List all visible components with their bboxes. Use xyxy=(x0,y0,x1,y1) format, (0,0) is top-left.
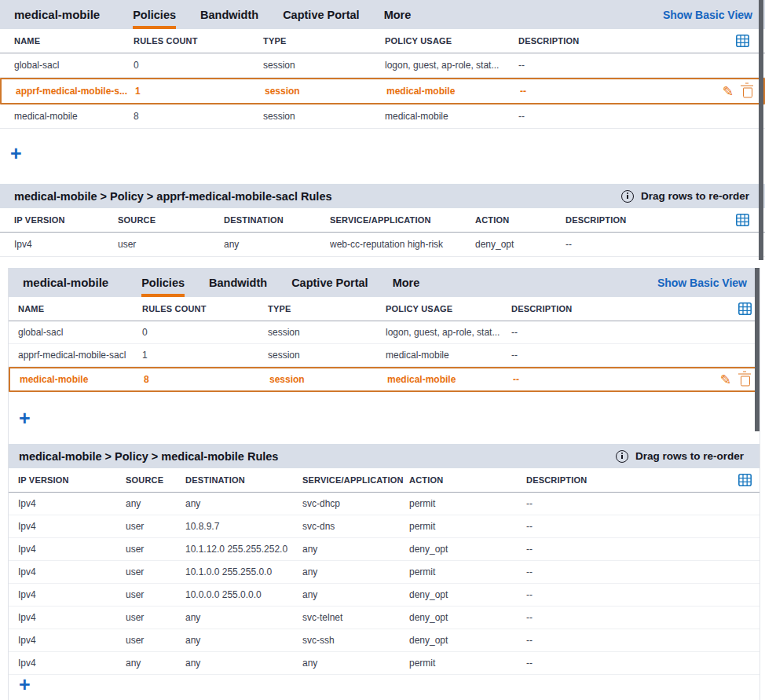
cell-destination: 10.0.0.0 255.0.0.0 xyxy=(185,589,302,600)
tab-captive-portal[interactable]: Captive Portal xyxy=(291,268,368,297)
column-header: SOURCE xyxy=(118,215,224,225)
add-policy-row: + xyxy=(9,392,760,444)
table-row[interactable]: medical-mobile8sessionmedical-mobile--✎ xyxy=(9,367,760,392)
cell-destination: any xyxy=(185,635,302,646)
tab-bandwidth[interactable]: Bandwidth xyxy=(209,268,267,297)
cell-destination: 10.1.12.0 255.255.252.0 xyxy=(185,544,302,555)
cell-description: -- xyxy=(526,544,760,555)
tab-more[interactable]: More xyxy=(384,0,412,29)
table-row[interactable]: Ipv4user10.8.9.7svc-dnspermit-- xyxy=(9,515,760,538)
tab-more[interactable]: More xyxy=(393,268,420,297)
cell-ip_version: Ipv4 xyxy=(18,566,126,577)
table-row[interactable]: medical-mobile8sessionmedical-mobile-- xyxy=(0,104,765,129)
table-columns-icon[interactable] xyxy=(738,302,752,315)
cell-rules_count: 0 xyxy=(134,60,263,71)
add-policy-button[interactable]: + xyxy=(19,410,31,426)
table-row[interactable]: Ipv4anyanysvc-dhcppermit-- xyxy=(9,493,760,515)
cell-ip_version: Ipv4 xyxy=(18,544,126,555)
table-row[interactable]: Ipv4useranysvc-sshdeny_opt-- xyxy=(9,629,760,652)
policies-table-body: global-sacl0sessionlogon, guest, ap-role… xyxy=(9,321,760,392)
cell-policy_usage: medical-mobile xyxy=(386,350,511,361)
rules-section-bar: medical-mobile > Policy > medical-mobile… xyxy=(9,444,760,468)
cell-source: user xyxy=(126,589,185,600)
show-basic-view-link[interactable]: Show Basic View xyxy=(657,268,747,297)
column-header: SERVICE/APPLICATION xyxy=(330,215,475,225)
cell-service: any xyxy=(302,544,409,555)
drag-hint-wrap: Drag rows to re-order xyxy=(616,450,744,463)
cell-description: -- xyxy=(518,60,765,71)
table-row[interactable]: Ipv4user10.0.0.0 255.0.0.0anydeny_opt-- xyxy=(9,584,760,607)
cell-type: session xyxy=(265,86,386,97)
cell-description: -- xyxy=(526,566,760,577)
cell-destination: 10.1.0.0 255.255.0.0 xyxy=(185,566,302,577)
table-row[interactable]: Ipv4useranyweb-cc-reputation high-riskde… xyxy=(0,233,765,257)
context-tab-medical-mobile[interactable]: medical-mobile xyxy=(14,0,100,29)
cell-destination: any xyxy=(185,658,302,669)
column-header: DESTINATION xyxy=(185,475,302,485)
cell-action: permit xyxy=(409,566,526,577)
window-edge xyxy=(755,268,760,431)
cell-type: session xyxy=(263,60,385,71)
add-policy-button[interactable]: + xyxy=(10,145,22,161)
cell-description: -- xyxy=(526,612,760,623)
table-row[interactable]: Ipv4user10.1.12.0 255.255.252.0anydeny_o… xyxy=(9,538,760,561)
tab-captive-portal[interactable]: Captive Portal xyxy=(283,0,360,29)
policies-panel-bottom: medical-mobile Policies Bandwidth Captiv… xyxy=(8,268,760,700)
cell-service: svc-telnet xyxy=(302,612,409,623)
cell-rules_count: 1 xyxy=(142,350,268,361)
table-row[interactable]: Ipv4user10.1.0.0 255.255.0.0anypermit-- xyxy=(9,561,760,584)
table-row[interactable]: Ipv4useranysvc-telnetdeny_opt-- xyxy=(9,607,760,629)
rules-table-body: Ipv4useranyweb-cc-reputation high-riskde… xyxy=(0,233,765,257)
table-row[interactable]: apprf-medical-mobile-s...1sessionmedical… xyxy=(0,78,765,104)
cell-policy_usage: logon, guest, ap-role, stat... xyxy=(385,60,518,71)
cell-description: -- xyxy=(526,498,760,509)
table-row[interactable]: apprf-medical-mobile-sacl1sessionmedical… xyxy=(9,344,760,367)
cell-description: -- xyxy=(518,111,765,122)
cell-service: any xyxy=(302,566,409,577)
add-policy-row: + xyxy=(0,129,765,178)
table-columns-icon[interactable] xyxy=(738,474,752,486)
tab-policies[interactable]: Policies xyxy=(133,0,176,29)
tab-policies[interactable]: Policies xyxy=(141,268,185,297)
table-columns-icon[interactable] xyxy=(736,35,749,47)
delete-icon[interactable] xyxy=(743,88,752,98)
rules-section-bar: medical-mobile > Policy > apprf-medical-… xyxy=(0,184,765,208)
edit-icon[interactable]: ✎ xyxy=(723,85,734,98)
cell-name: global-sacl xyxy=(14,60,134,71)
row-actions: ✎ xyxy=(720,373,750,387)
cell-policy_usage: logon, guest, ap-role, stat... xyxy=(386,327,511,338)
cell-source: user xyxy=(126,635,185,646)
show-basic-view-link[interactable]: Show Basic View xyxy=(663,0,752,29)
tab-bandwidth[interactable]: Bandwidth xyxy=(200,0,258,29)
table-row[interactable]: Ipv4anyanyanypermit-- xyxy=(9,652,760,675)
column-header: DESCRIPTION xyxy=(566,215,765,225)
column-header: SOURCE xyxy=(126,475,185,485)
cell-source: user xyxy=(118,239,224,250)
cell-action: deny_opt xyxy=(475,239,566,250)
window-edge xyxy=(759,0,763,260)
cell-rules_count: 8 xyxy=(144,374,269,385)
rules-breadcrumb-title: medical-mobile > Policy > medical-mobile… xyxy=(19,450,278,463)
cell-description: -- xyxy=(526,635,760,646)
policies-table-body: global-sacl0sessionlogon, guest, ap-role… xyxy=(0,53,765,129)
add-rule-button[interactable]: + xyxy=(19,676,31,692)
context-tab-medical-mobile[interactable]: medical-mobile xyxy=(23,268,108,297)
cell-action: permit xyxy=(409,498,526,509)
cell-service: svc-dns xyxy=(302,521,409,532)
info-icon xyxy=(616,450,628,463)
cell-type: session xyxy=(269,374,387,385)
row-actions: ✎ xyxy=(723,85,752,98)
table-columns-icon[interactable] xyxy=(736,214,749,226)
cell-service: svc-ssh xyxy=(302,635,409,646)
table-row[interactable]: global-sacl0sessionlogon, guest, ap-role… xyxy=(0,53,765,78)
column-header: TYPE xyxy=(263,36,385,46)
cell-name: global-sacl xyxy=(18,327,142,338)
column-header: DESCRIPTION xyxy=(511,304,760,313)
column-header: RULES COUNT xyxy=(142,304,268,313)
delete-icon[interactable] xyxy=(741,376,750,387)
policies-table-header: NAMERULES COUNTTYPEPOLICY USAGEDESCRIPTI… xyxy=(0,29,765,53)
cell-service: svc-dhcp xyxy=(302,498,409,509)
cell-name: apprf-medical-mobile-s... xyxy=(16,86,135,97)
edit-icon[interactable]: ✎ xyxy=(720,373,731,387)
table-row[interactable]: global-sacl0sessionlogon, guest, ap-role… xyxy=(9,321,760,344)
